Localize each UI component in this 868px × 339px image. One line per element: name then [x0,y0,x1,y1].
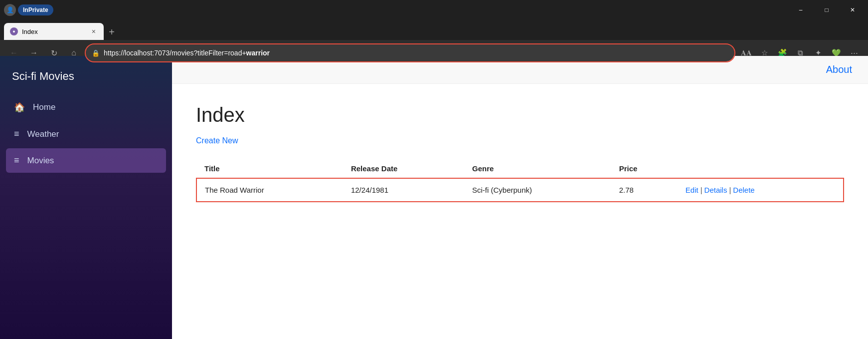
action-links: Edit | Details | Delete [686,186,835,194]
window-controls: – □ ✕ [789,2,864,18]
menu-icon-movies: ≡ [14,155,19,166]
col-release-date: Release Date [343,159,464,178]
address-bold: warrior [246,49,270,57]
action-separator-1: | [700,186,702,194]
col-title: Title [196,159,343,178]
tab-bar: ● Index × + [0,20,868,40]
maximize-button[interactable]: □ [815,2,838,18]
active-tab[interactable]: ● Index × [4,23,104,40]
details-link[interactable]: Details [704,186,727,194]
sidebar-item-movies[interactable]: ≡ Movies [6,148,166,173]
col-actions [678,159,844,178]
sidebar-brand: Sci-fi Movies [0,56,172,95]
main-content: About Index Create New Title Release Dat… [172,56,868,339]
sidebar-item-home[interactable]: 🏠 Home [6,95,166,120]
col-price: Price [611,159,678,178]
address-text: https://localhost:7073/movies?titleFilte… [104,49,728,57]
movie-price: 2.78 [611,178,678,202]
content-area: Index Create New Title Release Date Genr… [172,84,868,339]
inprivate-button[interactable]: InPrivate [18,4,53,15]
browser-chrome: 👤 InPrivate – □ ✕ ● Index × + ← → ↻ ⌂ 🔒 [0,0,868,56]
movie-title: The Road Warrior [196,178,343,202]
address-prefix: https://localhost:7073/movies?titleFilte… [104,49,246,57]
address-bar[interactable]: 🔒 https://localhost:7073/movies?titleFil… [86,44,734,61]
lock-icon: 🔒 [92,49,100,57]
about-link[interactable]: About [826,64,852,75]
sidebar: Sci-fi Movies 🏠 Home ≡ Weather ≡ Movies [0,56,172,339]
movie-release-date: 12/24/1981 [343,178,464,202]
sidebar-item-weather-label: Weather [27,129,59,139]
avatar-icon: 👤 [6,6,14,13]
new-tab-button[interactable]: + [104,24,120,40]
sidebar-nav: 🏠 Home ≡ Weather ≡ Movies [0,95,172,173]
sidebar-item-home-label: Home [33,102,55,112]
sidebar-item-movies-label: Movies [27,156,54,166]
table-header: Title Release Date Genre Price [196,159,844,178]
tab-close-button[interactable]: × [90,26,98,36]
table-header-row: Title Release Date Genre Price [196,159,844,178]
table-body: The Road Warrior 12/24/1981 Sci-fi (Cybe… [196,178,844,202]
close-button[interactable]: ✕ [841,2,864,18]
movie-genre: Sci-fi (Cyberpunk) [464,178,611,202]
col-genre: Genre [464,159,611,178]
app-container: Sci-fi Movies 🏠 Home ≡ Weather ≡ Movies … [0,56,868,339]
menu-icon-weather: ≡ [14,129,19,139]
movies-table: Title Release Date Genre Price The Road … [196,159,844,202]
tab-title: Index [22,28,38,35]
sidebar-item-weather[interactable]: ≡ Weather [6,122,166,146]
action-separator-2: | [729,186,731,194]
table-row: The Road Warrior 12/24/1981 Sci-fi (Cybe… [196,178,844,202]
movie-actions: Edit | Details | Delete [678,178,844,202]
title-bar: 👤 InPrivate – □ ✕ [0,0,868,20]
home-icon: 🏠 [14,102,25,113]
create-new-link[interactable]: Create New [196,136,238,145]
page-title: Index [196,104,844,126]
edit-link[interactable]: Edit [686,186,698,194]
inprivate-label: InPrivate [23,6,48,13]
tab-favicon: ● [10,27,18,35]
avatar[interactable]: 👤 [4,4,16,16]
delete-link[interactable]: Delete [733,186,754,194]
minimize-button[interactable]: – [789,2,812,18]
